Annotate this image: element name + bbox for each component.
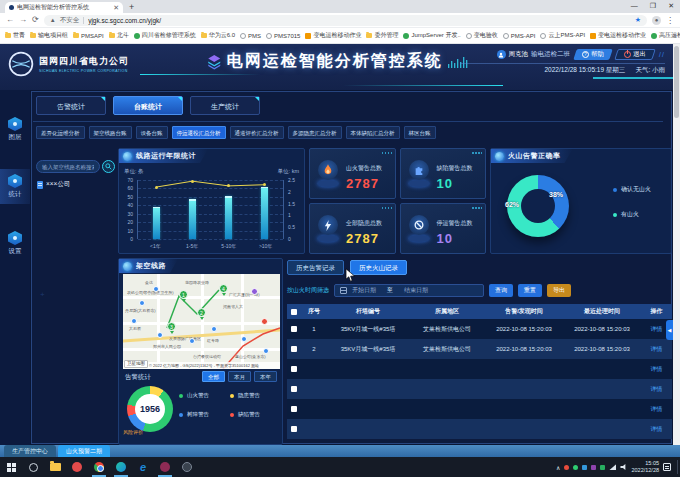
sidebar-item-设置[interactable]: 设置 <box>0 226 30 261</box>
bookmark-item[interactable]: PMS-API <box>503 33 536 39</box>
row-checkbox[interactable] <box>287 386 301 392</box>
table-row[interactable]: 详情 <box>287 379 672 399</box>
alarm-filter-button[interactable]: 本年 <box>254 371 277 382</box>
row-checkbox[interactable] <box>287 366 301 372</box>
show-desktop-button[interactable] <box>677 460 678 474</box>
table-row[interactable]: 135KV月城一线#35塔艾莱检斯供电公司2022-10-08 15:20:03… <box>287 319 672 339</box>
bookmark-item[interactable]: 华为云6.0 <box>201 31 235 40</box>
search-input[interactable] <box>36 160 100 173</box>
app-maroon-button[interactable] <box>154 457 176 477</box>
subtab-设备台账[interactable]: 设备台账 <box>136 126 168 139</box>
menu-kebab-icon[interactable]: ⋮ <box>666 16 674 25</box>
detail-link[interactable]: 详情 <box>641 405 672 414</box>
export-button[interactable]: 导出 <box>547 284 571 297</box>
close-button[interactable]: ✕ <box>668 0 674 12</box>
map-pin[interactable] <box>261 318 268 325</box>
row-checkbox[interactable] <box>287 326 301 332</box>
reload-button[interactable]: ⟳ <box>32 16 39 24</box>
stat-card-outage[interactable]: 停运警告总数10 <box>400 203 487 254</box>
volume-icon[interactable] <box>620 464 627 470</box>
bookmark-item[interactable]: PMS7015 <box>266 33 300 39</box>
file-explorer-button[interactable] <box>44 457 66 477</box>
search-button[interactable] <box>102 160 115 173</box>
detail-link[interactable]: 详情 <box>641 345 672 354</box>
tree-item-company[interactable]: ×××公司 <box>37 180 70 189</box>
edge-button[interactable]: e <box>132 457 154 477</box>
tray-purple-icon[interactable] <box>591 465 596 470</box>
bookmark-item[interactable]: 云上PMS-API <box>540 31 585 40</box>
alarm-filter-button[interactable]: 全部 <box>202 371 225 382</box>
map-pin[interactable] <box>263 348 269 354</box>
minimize-button[interactable]: — <box>631 0 638 12</box>
bookmark-item[interactable]: 委外管理 <box>366 31 398 40</box>
table-row[interactable]: 详情 <box>287 419 672 439</box>
window-tab-production[interactable]: 生产管控中心 <box>4 445 56 457</box>
bookmark-item[interactable]: 输电项目组 <box>30 31 68 40</box>
map-area[interactable]: © 2022 亿力地图 - GS(2022)1162号 - 甲测资字351001… <box>123 274 280 369</box>
new-tab-button[interactable]: + <box>129 2 134 13</box>
bookmark-item[interactable]: 四川省检修管理系统 <box>134 31 196 40</box>
subtab-停运退役汇总分析[interactable]: 停运退役汇总分析 <box>172 126 226 139</box>
forward-button[interactable]: → <box>19 16 27 24</box>
table-row[interactable]: 详情 <box>287 359 672 379</box>
app-red-button[interactable] <box>66 457 88 477</box>
detail-link[interactable]: 详情 <box>641 385 672 394</box>
network-icon[interactable] <box>609 464 616 470</box>
app-teal-button[interactable] <box>110 457 132 477</box>
start-button[interactable] <box>0 457 22 477</box>
date-range-picker[interactable]: 开始日期 至 结束日期 <box>334 284 484 297</box>
url-box[interactable]: ▲ 不安全 yjgk.sc.sgcc.com.cn/yjgk/ ★ <box>44 15 647 26</box>
subtab-林区台账[interactable]: 林区台账 <box>404 126 436 139</box>
date-end-placeholder[interactable]: 结束日期 <box>404 286 428 295</box>
scrollbar-thumb[interactable] <box>674 46 679 118</box>
map-pin[interactable] <box>139 300 145 306</box>
bookmark-item[interactable]: 北斗 <box>109 31 129 40</box>
detail-link[interactable]: 详情 <box>641 425 672 434</box>
sidebar-item-统计[interactable]: 统计 <box>0 169 30 204</box>
map-pin[interactable]: 3 <box>167 322 176 331</box>
map-pin[interactable] <box>241 336 247 342</box>
bookmark-star-icon[interactable]: ★ <box>635 16 641 24</box>
tray-expand-icon[interactable]: ∧ <box>556 464 560 471</box>
history-alarm-records-button[interactable]: 历史告警记录 <box>287 260 344 275</box>
map-pin[interactable] <box>189 338 195 344</box>
map-pin[interactable] <box>157 332 163 338</box>
cortana-button[interactable] <box>22 457 44 477</box>
bookmark-item[interactable]: 变电验收 <box>466 31 498 40</box>
user-chip[interactable]: 周克池 输电运检二班 <box>497 50 571 59</box>
map-type-toggle[interactable]: 卫星地图 <box>124 360 148 368</box>
stat-card-defect[interactable]: 缺陷警告总数10 <box>400 148 487 199</box>
action-center-icon[interactable] <box>663 463 671 471</box>
table-row[interactable]: 详情 <box>287 399 672 419</box>
row-checkbox[interactable] <box>287 426 301 432</box>
table-row[interactable]: 235KV月城一线#35塔艾莱检斯供电公司2022-10-08 15:20:03… <box>287 339 672 359</box>
maximize-button[interactable]: ❐ <box>650 0 656 12</box>
browser-tab[interactable]: 电网运检智能分析管控系统 ✕ <box>5 2 123 13</box>
tray-teal-icon[interactable] <box>600 465 605 470</box>
map-pin[interactable] <box>131 318 137 324</box>
window-tab-wildfire[interactable]: 山火预警二期 <box>58 445 110 457</box>
sidebar-item-图层[interactable]: 图层 <box>0 112 30 147</box>
tray-red-icon[interactable] <box>564 465 569 470</box>
map-pin[interactable]: 4 <box>219 284 228 293</box>
tab-台账统计[interactable]: 台账统计 <box>113 96 183 115</box>
bookmark-item[interactable]: 变电运检移动作业 <box>305 31 361 40</box>
tray-blue-icon[interactable] <box>582 465 587 470</box>
help-button[interactable]: ? 帮助 <box>573 49 613 60</box>
tray-green-icon[interactable] <box>573 465 578 470</box>
bookmark-item[interactable]: PMS <box>240 33 261 39</box>
subtab-多源隐患汇总分析[interactable]: 多源隐患汇总分析 <box>288 126 342 139</box>
bookmark-item[interactable]: JumpServer 开发.. <box>403 31 460 40</box>
tab-close-icon[interactable]: ✕ <box>113 4 119 12</box>
map-pin[interactable] <box>251 288 258 295</box>
map-pin[interactable] <box>153 286 159 292</box>
bookmark-item[interactable]: 世青 <box>5 31 25 40</box>
tab-告警统计[interactable]: 告警统计 <box>36 96 106 115</box>
subtab-差异化运维分析[interactable]: 差异化运维分析 <box>36 126 85 139</box>
back-button[interactable]: ← <box>6 16 14 24</box>
row-checkbox[interactable] <box>287 346 301 352</box>
panel-collapse-arrow[interactable]: ◀ <box>666 320 673 340</box>
reset-button[interactable]: 重置 <box>518 284 542 297</box>
logout-button[interactable]: 退出 <box>614 49 656 60</box>
page-scrollbar[interactable] <box>673 44 680 457</box>
